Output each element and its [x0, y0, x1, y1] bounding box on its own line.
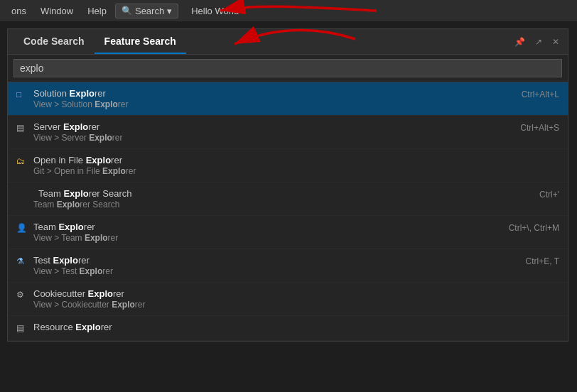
result-shortcut: Ctrl+' [539, 188, 559, 200]
tab-feature-search[interactable]: Feature Search [95, 30, 186, 54]
result-subtitle: View > Team Explorer [33, 233, 118, 243]
result-title: Resource Explorer [33, 322, 112, 332]
result-shortcut: Ctrl+\, Ctrl+M [509, 222, 559, 233]
result-team-explorer-search[interactable]: Team Explorer Search Team Explorer Searc… [8, 183, 568, 216]
result-subtitle: View > Server Explorer [33, 133, 123, 143]
result-subtitle: Team Explorer Search [33, 200, 132, 209]
result-title: Cookiecutter Explorer [33, 288, 146, 299]
tabs: Code Search Feature Search [14, 30, 186, 54]
results-list: □ Solution Explorer View > Solution Expl… [8, 82, 568, 341]
result-shortcut: Ctrl+Alt+L [522, 88, 559, 99]
result-title: Solution Explorer [33, 88, 129, 99]
test-explorer-icon: ⚗ [16, 256, 28, 268]
result-subtitle: View > Cookiecutter Explorer [33, 300, 146, 310]
search-input[interactable] [14, 59, 562, 77]
result-team-explorer[interactable]: 👤 Team Explorer View > Team Explorer Ctr… [8, 216, 568, 249]
team-explorer-icon: 👤 [16, 223, 28, 234]
result-cookiecutter-explorer[interactable]: ⚙ Cookiecutter Explorer View > Cookiecut… [8, 283, 568, 316]
hello-world-tab[interactable]: Hello World [184, 4, 246, 18]
result-title: Team Explorer [33, 222, 118, 232]
search-icon: 🔍 [122, 6, 132, 16]
resource-explorer-icon: ▤ [16, 323, 28, 334]
result-title: Server Explorer [33, 121, 123, 132]
result-subtitle: View > Solution Explorer [33, 99, 129, 109]
search-input-row [8, 55, 568, 82]
result-resource-explorer[interactable]: ▤ Resource Explorer [8, 316, 568, 341]
tab-code-search[interactable]: Code Search [14, 30, 95, 54]
menu-help[interactable]: Help [82, 4, 112, 18]
popout-icon[interactable]: ↗ [532, 36, 545, 48]
solution-explorer-icon: □ [16, 89, 28, 101]
server-explorer-icon: ▤ [16, 123, 28, 134]
result-file-explorer[interactable]: 🗂 Open in File Explorer Git > Open in Fi… [8, 149, 568, 183]
menu-window[interactable]: Window [35, 4, 79, 18]
result-server-explorer[interactable]: ▤ Server Explorer View > Server Explorer… [8, 116, 568, 149]
menu-ons[interactable]: ons [6, 4, 32, 18]
result-subtitle: View > Test Explorer [33, 266, 113, 276]
result-shortcut: Ctrl+Alt+S [520, 121, 559, 133]
search-button[interactable]: 🔍 Search ▾ [115, 4, 178, 18]
tab-controls: 📌 ↗ ✕ [512, 36, 562, 48]
result-title: Team Explorer Search [33, 188, 132, 199]
file-explorer-icon: 🗂 [16, 156, 28, 168]
result-shortcut: Ctrl+E, T [526, 255, 559, 266]
cookiecutter-icon: ⚙ [16, 290, 28, 301]
pin-icon[interactable]: 📌 [512, 36, 528, 48]
search-button-label: Search [135, 6, 164, 16]
result-solution-explorer[interactable]: □ Solution Explorer View > Solution Expl… [8, 82, 568, 116]
result-test-explorer[interactable]: ⚗ Test Explorer View > Test Explorer Ctr… [8, 249, 568, 283]
result-subtitle: Git > Open in File Explorer [33, 166, 136, 176]
result-title: Test Explorer [33, 255, 113, 266]
tab-bar: Code Search Feature Search 📌 ↗ ✕ [8, 29, 568, 55]
result-title: Open in File Explorer [33, 155, 136, 165]
search-dropdown-icon: ▾ [167, 6, 172, 16]
feature-search-panel: Code Search Feature Search 📌 ↗ ✕ □ Solut… [7, 28, 568, 342]
team-explorer-search-icon [16, 190, 28, 201]
menubar: ons Window Help 🔍 Search ▾ Hello World [0, 0, 577, 21]
close-icon[interactable]: ✕ [549, 36, 562, 48]
